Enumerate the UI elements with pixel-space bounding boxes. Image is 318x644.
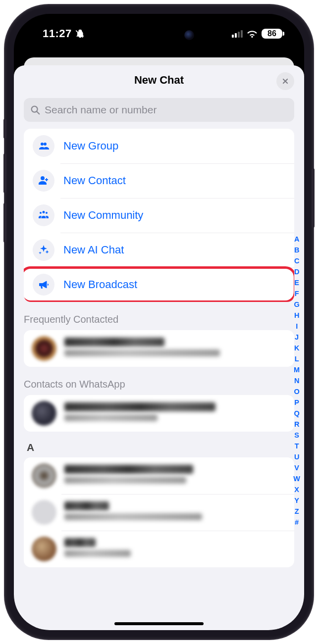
option-label: New Community xyxy=(63,209,143,222)
contact-text xyxy=(64,338,286,359)
search-input[interactable]: Search name or number xyxy=(24,98,294,122)
option-new-group[interactable]: New Group xyxy=(24,129,294,163)
alpha-index-letter[interactable]: D xyxy=(294,266,299,277)
alpha-index-letter[interactable]: H xyxy=(294,310,299,321)
volume-up-button xyxy=(3,153,6,193)
contacts-a-list xyxy=(24,457,294,567)
alpha-index-letter[interactable]: C xyxy=(294,255,299,266)
alpha-index-letter[interactable]: L xyxy=(295,353,299,364)
alpha-index-letter[interactable]: # xyxy=(295,517,299,528)
alpha-index-letter[interactable]: S xyxy=(294,430,299,441)
alpha-index-letter[interactable]: A xyxy=(294,234,299,245)
contact-item[interactable] xyxy=(24,330,294,367)
close-icon xyxy=(282,78,289,85)
alpha-index-letter[interactable]: K xyxy=(294,343,299,353)
alpha-index-letter[interactable]: G xyxy=(294,299,300,310)
contact-item[interactable] xyxy=(24,494,294,531)
option-new-contact[interactable]: New Contact xyxy=(24,163,294,198)
alpha-index-letter[interactable]: M xyxy=(294,364,300,375)
close-button[interactable] xyxy=(276,72,294,90)
home-indicator[interactable] xyxy=(114,622,204,625)
contact-text xyxy=(64,465,286,487)
silent-icon xyxy=(75,29,85,39)
cellular-signal-icon xyxy=(232,30,243,38)
status-left: 11:27 xyxy=(43,27,85,40)
search-icon xyxy=(30,104,41,115)
alpha-index-letter[interactable]: Y xyxy=(294,495,299,506)
alpha-index-letter[interactable]: B xyxy=(294,245,299,255)
avatar xyxy=(32,336,56,361)
whatsapp-contacts-list xyxy=(24,395,294,432)
front-camera xyxy=(184,30,194,40)
contact-item[interactable] xyxy=(24,531,294,567)
contact-text xyxy=(64,538,286,560)
alpha-index-letter[interactable]: J xyxy=(295,332,299,343)
dynamic-island xyxy=(117,25,201,46)
power-button xyxy=(312,168,315,228)
option-label: New Group xyxy=(63,140,118,152)
group-icon xyxy=(33,135,54,157)
battery-indicator: 86 xyxy=(262,29,282,39)
alpha-index-letter[interactable]: F xyxy=(295,288,299,299)
sheet-header: New Chat xyxy=(14,65,304,95)
option-new-broadcast[interactable]: New Broadcast xyxy=(24,267,294,302)
section-contacts-on-whatsapp: Contacts on WhatsApp xyxy=(24,379,294,390)
new-chat-sheet: New Chat Search name or number New Group xyxy=(14,65,304,630)
alpha-index-letter[interactable]: N xyxy=(294,375,299,386)
alpha-index-letter[interactable]: Z xyxy=(295,506,299,517)
avatar xyxy=(32,537,56,561)
section-frequently-contacted: Frequently Contacted xyxy=(24,314,294,325)
alpha-index-letter[interactable]: U xyxy=(294,451,299,462)
add-contact-icon xyxy=(33,170,54,192)
content-area: New Chat Search name or number New Group xyxy=(14,53,304,630)
community-icon xyxy=(33,204,54,226)
option-label: New Contact xyxy=(63,174,126,187)
options-list: New Group New Contact New Community xyxy=(24,129,294,302)
alpha-index-letter[interactable]: P xyxy=(294,397,299,408)
side-button xyxy=(3,119,6,139)
sparkle-icon xyxy=(33,239,54,261)
option-new-ai-chat[interactable]: New AI Chat xyxy=(24,233,294,267)
volume-down-button xyxy=(3,203,6,243)
option-label: New AI Chat xyxy=(63,244,124,256)
contact-text xyxy=(64,501,286,523)
alpha-index-letter[interactable]: V xyxy=(294,462,299,473)
sheet-title: New Chat xyxy=(134,74,184,87)
alpha-index[interactable]: ABCDEFGHIJKLMNOPQRSTUVWXYZ# xyxy=(293,234,300,528)
avatar xyxy=(32,401,56,426)
screen: 11:27 86 New Chat Search xyxy=(14,14,304,630)
avatar xyxy=(32,500,56,525)
phone-frame: 11:27 86 New Chat Search xyxy=(5,5,313,639)
alpha-index-letter[interactable]: X xyxy=(294,484,299,495)
alpha-index-letter[interactable]: W xyxy=(293,473,300,484)
contact-text xyxy=(64,402,286,424)
contact-item[interactable] xyxy=(24,395,294,432)
status-time: 11:27 xyxy=(43,27,72,40)
option-new-community[interactable]: New Community xyxy=(24,198,294,233)
avatar xyxy=(32,463,56,488)
alpha-index-letter[interactable]: I xyxy=(296,321,298,332)
alpha-index-letter[interactable]: R xyxy=(294,419,299,430)
alpha-index-letter[interactable]: T xyxy=(295,441,299,451)
alpha-index-letter[interactable]: Q xyxy=(294,408,300,419)
search-placeholder: Search name or number xyxy=(45,104,157,116)
contact-item[interactable] xyxy=(24,457,294,494)
megaphone-icon xyxy=(33,274,54,296)
status-right: 86 xyxy=(232,29,282,39)
wifi-icon xyxy=(247,30,258,38)
alpha-index-letter[interactable]: E xyxy=(294,277,299,288)
frequent-contacts-list xyxy=(24,330,294,367)
option-label: New Broadcast xyxy=(63,278,137,291)
section-letter-a: A xyxy=(27,442,291,453)
alpha-index-letter[interactable]: O xyxy=(294,386,300,397)
